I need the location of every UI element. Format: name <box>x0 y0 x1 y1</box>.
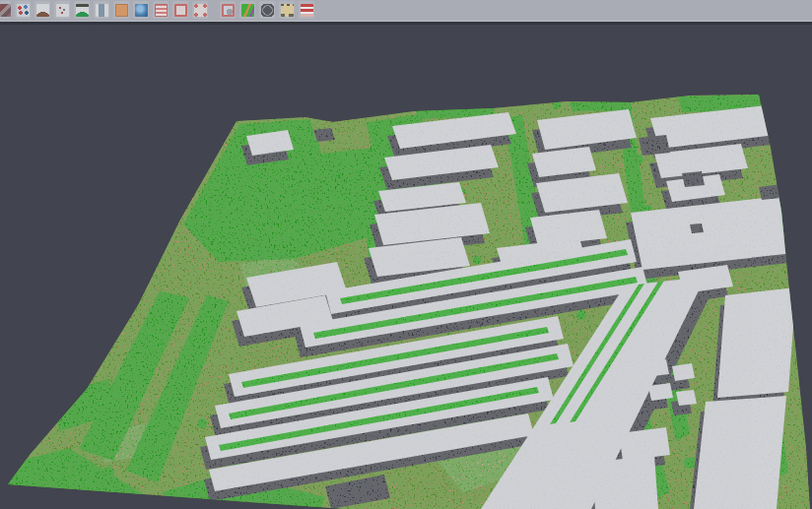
profile-bar-icon[interactable] <box>94 1 109 19</box>
classification-map-icon[interactable] <box>239 1 255 19</box>
striped-list-icon[interactable] <box>153 1 169 19</box>
vegetation-mound-icon[interactable] <box>74 1 90 19</box>
circle-outline-icon[interactable] <box>172 1 188 19</box>
globe-icon[interactable] <box>133 1 149 19</box>
terrain-mound-icon[interactable] <box>34 1 50 19</box>
target-ring-icon[interactable] <box>220 1 236 19</box>
orange-tile-icon[interactable] <box>113 1 129 19</box>
point-pairs-icon[interactable] <box>15 1 31 19</box>
3d-viewport[interactable] <box>0 0 812 509</box>
app-window: { "toolbar": { "background": "#a9acb5", … <box>0 0 812 509</box>
toolbar-separator <box>210 0 218 18</box>
scatter-points-icon[interactable] <box>54 1 70 19</box>
clipped-tool-icon[interactable] <box>0 1 11 19</box>
gear-blob-icon[interactable] <box>259 1 275 19</box>
striped-flag-icon[interactable] <box>299 1 314 19</box>
toolbar <box>0 0 812 22</box>
selection-corners-icon[interactable] <box>192 1 208 19</box>
sand-layer-icon[interactable] <box>279 1 295 19</box>
